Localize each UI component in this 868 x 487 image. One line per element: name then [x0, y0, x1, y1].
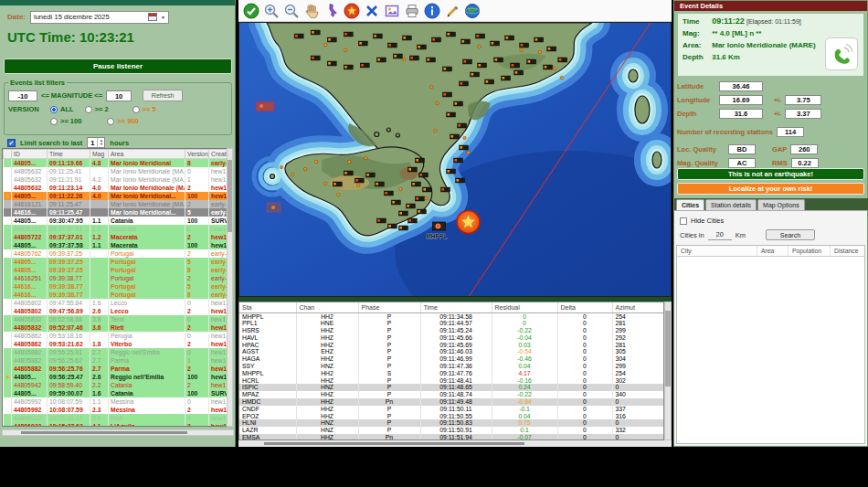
- event-row[interactable]: 4480563209:11:23.144.0Mar Ionio Meridion…: [4, 184, 228, 192]
- col-id[interactable]: ID: [12, 150, 48, 159]
- event-row[interactable]: 44805...09:59:00.071.6Catania100SURVEY-I…: [4, 389, 228, 397]
- not-earthquake-button[interactable]: This is not an earthquake!: [677, 168, 864, 180]
- event-row[interactable]: 44616...09:39:38.77Portugal5early-est_ee…: [4, 282, 228, 291]
- station-row[interactable]: AGSTEHZP09:11:46.03-0.540305: [239, 348, 663, 355]
- station-row[interactable]: MHPPLHH2S09:11:47.764.170254: [239, 370, 663, 377]
- zoom-out-icon[interactable]: [282, 2, 300, 19]
- check-icon[interactable]: [242, 2, 259, 19]
- col-version[interactable]: Version: [185, 150, 209, 159]
- pencil-icon[interactable]: [443, 2, 460, 19]
- highlighted-station-marker[interactable]: [256, 101, 274, 111]
- version-radio-all[interactable]: ALL: [50, 105, 74, 113]
- col-time[interactable]: Time: [420, 302, 492, 312]
- event-row[interactable]: 4480599210:08:07.592.3Messina2hew1: [4, 406, 228, 414]
- station-row[interactable]: HSRSHHZP09:11:45.24-0.220299: [239, 327, 663, 334]
- station-row[interactable]: HLNIHNZP09:11:50.830.7500: [239, 419, 663, 427]
- event-row[interactable]: 4480586209:53:18.16Perugia0hew1: [4, 332, 228, 340]
- event-row[interactable]: 4480594209:58:59.402.2Catania2hew1: [4, 381, 228, 389]
- magnitude-min-input[interactable]: -10: [8, 90, 37, 101]
- latitude-value[interactable]: 36.46: [719, 81, 763, 91]
- event-row[interactable]: ★44805...09:56:25.472.6Reggio nell'Emili…: [4, 373, 228, 381]
- globe-icon[interactable]: [463, 2, 481, 19]
- station-row[interactable]: EMSAHHZPn09:11:51.94-0.0700: [239, 434, 663, 440]
- col-phase[interactable]: Phase: [358, 302, 420, 312]
- longitude-error-value[interactable]: 3.75: [785, 95, 821, 105]
- station-row[interactable]: HAGAHHZP09:11:46.99-0.460304: [239, 355, 663, 363]
- col-creator[interactable]: Creator: [209, 150, 228, 159]
- longitude-value[interactable]: 16.69: [719, 95, 763, 105]
- event-row[interactable]: 44805...09:30:47.951.1Catania100SURVEY-I…: [4, 217, 228, 225]
- event-row[interactable]: 4480586209:53:21.621.8Viterbo2hew1: [4, 340, 228, 348]
- print-icon[interactable]: [403, 2, 420, 19]
- event-row[interactable]: 4480603210:15:27.624.1L'Aquila2hew1: [4, 422, 228, 427]
- event-row[interactable]: 4461625109:39:38.77Portugal2early-est_ee…: [4, 274, 228, 282]
- col-delta[interactable]: Delta: [557, 302, 612, 312]
- tab-cities[interactable]: Cities: [676, 199, 704, 210]
- col-area[interactable]: Area: [757, 246, 789, 256]
- loc-quality-value[interactable]: BD: [728, 144, 756, 154]
- station-vertical-scrollbar[interactable]: [664, 302, 672, 440]
- cities-km-input[interactable]: 20: [708, 230, 732, 240]
- station-row[interactable]: MHPPLHH2P09:11:34.5800254: [239, 312, 663, 320]
- event-row[interactable]: 4480583209:52:08.683.8Terni0hew1: [4, 315, 228, 323]
- col-sta[interactable]: Sta: [239, 302, 296, 312]
- station-row[interactable]: CNDFHHZP09:11:50.11-0.10337: [239, 406, 663, 413]
- event-row[interactable]: 4461612109:11:25.47Mar Ionio Meridionale…: [4, 200, 228, 208]
- station-row[interactable]: HAVLHHZP09:11:45.66-0.040292: [239, 334, 663, 342]
- col-population[interactable]: Population: [789, 246, 831, 256]
- version-radio-900[interactable]: >= 900: [107, 117, 138, 125]
- localize-button[interactable]: Localize at your own risk!: [677, 183, 864, 195]
- event-row[interactable]: 44616...09:39:38.77Portugal8early-est_ee…: [4, 291, 228, 299]
- station-row[interactable]: PPL1HNEP09:11:44.5700281: [239, 320, 663, 327]
- event-row[interactable]: 4480588209:56:25.762.7Parma2hew1: [4, 365, 228, 373]
- col-chan[interactable]: Chan: [296, 302, 358, 312]
- zoom-in-icon[interactable]: [262, 2, 280, 19]
- depth-field-value[interactable]: 31.6: [719, 109, 763, 119]
- station-row[interactable]: SSYHNZP09:11:47.360.040299: [239, 363, 663, 370]
- station-row[interactable]: LAZRHNZP09:11:50.910.10332: [239, 427, 663, 434]
- italy-icon[interactable]: [323, 2, 340, 19]
- limit-search-checkbox[interactable]: ✔: [7, 139, 16, 147]
- image-icon[interactable]: [383, 2, 400, 19]
- call-button[interactable]: [825, 37, 858, 70]
- station-row[interactable]: EPOZHHZP09:11:50.550.040316: [239, 413, 663, 420]
- event-row[interactable]: 44616...09:11:25.47Mar Ionio Meridional.…: [4, 208, 228, 217]
- event-row[interactable]: ★44805...09:11:22.264.0Mar Ionio Meridio…: [4, 192, 228, 200]
- pause-listener-button[interactable]: Pause listener: [4, 58, 232, 74]
- event-row[interactable]: 44805...09:39:37.25Portugal8early-est_ee…: [4, 266, 228, 274]
- close-icon[interactable]: [363, 2, 380, 19]
- station-row[interactable]: MPAZHHZP09:11:48.74-0.220340: [239, 391, 663, 398]
- event-row[interactable]: 4480576209:39:37.25Portugal2early-est_ee…: [4, 249, 228, 258]
- version-radio-2[interactable]: >= 2: [85, 105, 109, 113]
- col-residual[interactable]: Residual: [492, 302, 557, 312]
- hide-cities-checkbox[interactable]: [680, 217, 687, 225]
- depth-error-value[interactable]: 3.37: [785, 109, 821, 119]
- event-row[interactable]: 44805...09:11:19.664.8Mar Ionio Meridion…: [4, 159, 228, 168]
- version-radio-5[interactable]: >= 5: [132, 105, 156, 113]
- event-row[interactable]: 44805...09:39:37.25Portugal5early-est_ee…: [4, 258, 228, 266]
- event-row[interactable]: 4480583209:52:07.463.6Rieti2hew1: [4, 323, 228, 332]
- station-row[interactable]: ISPICHNZP09:11:48.650.2400: [239, 384, 663, 391]
- col-city[interactable]: City: [677, 246, 757, 256]
- station-row[interactable]: HMDCHHZPn09:11:49.48-0.8400: [239, 398, 663, 406]
- gap-value[interactable]: 260: [790, 144, 818, 154]
- col-time[interactable]: Time: [48, 150, 90, 159]
- magnitude-max-input[interactable]: 10: [106, 90, 132, 101]
- events-vertical-scrollbar[interactable]: [227, 148, 233, 427]
- stations-count-value[interactable]: 114: [777, 127, 804, 137]
- col-azimut[interactable]: Azimut: [612, 302, 663, 312]
- version-radio-100[interactable]: >= 100: [50, 117, 81, 125]
- tab-map-options[interactable]: Map Options: [757, 199, 805, 210]
- mag-quality-value[interactable]: AC: [728, 158, 756, 168]
- refresh-button[interactable]: Refresh: [143, 90, 183, 101]
- event-row[interactable]: 44805...09:37:37.581.1Macerata100hew1: [4, 241, 228, 249]
- event-row[interactable]: 4480563209:11:21.914.2Mar Ionio Meridion…: [4, 175, 228, 184]
- event-row[interactable]: 4480588209:56:25.622.7Parma1hew1: [4, 356, 228, 365]
- station-row[interactable]: HPACHHZP09:11:45.690.030281: [239, 342, 663, 349]
- rms-value[interactable]: 0.22: [791, 158, 819, 168]
- station-row[interactable]: HCRLHHZP09:11:48.41-0.160302: [239, 377, 663, 385]
- star-icon[interactable]: [343, 2, 360, 19]
- col-distance[interactable]: Distance: [831, 246, 864, 256]
- tab-station-details[interactable]: Station details: [705, 199, 757, 210]
- event-row[interactable]: 4480572209:37:37.011.2Macerata0hew1: [4, 225, 228, 233]
